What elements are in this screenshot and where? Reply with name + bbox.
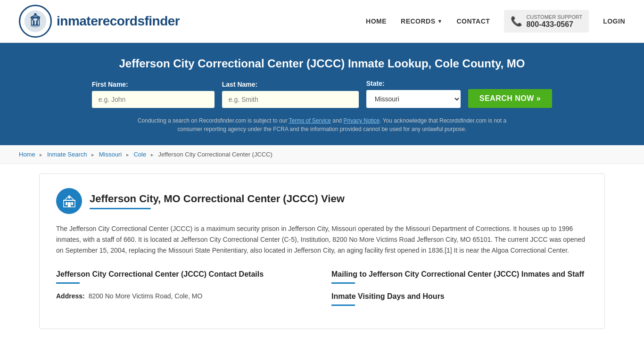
- first-name-input[interactable]: [92, 91, 215, 108]
- nav-login[interactable]: LOGIN: [603, 17, 625, 25]
- nav-records-group: RECORDS ▼: [401, 17, 442, 25]
- last-name-input[interactable]: [222, 91, 359, 108]
- support-number: 800-433-0567: [526, 20, 582, 29]
- visiting-title: Inmate Visiting Days and Hours: [331, 292, 588, 301]
- breadcrumb-sep-4: ▸: [151, 152, 154, 157]
- logo-text: inmaterecordsfinder: [57, 14, 180, 29]
- state-group: State: Missouri: [366, 80, 461, 108]
- building-icon: [62, 194, 77, 209]
- facility-description: The Jefferson City Correctional Center (…: [56, 223, 588, 256]
- breadcrumb-home[interactable]: Home: [19, 151, 35, 158]
- title-underline: [90, 208, 151, 209]
- support-label: CUSTOMER SUPPORT: [526, 14, 582, 20]
- breadcrumb: Home ▸ Inmate Search ▸ Missouri ▸ Cole ▸…: [0, 145, 644, 164]
- last-name-group: Last Name:: [222, 81, 359, 108]
- contact-underline: [56, 282, 80, 284]
- support-info: CUSTOMER SUPPORT 800-433-0567: [526, 14, 582, 29]
- svg-rect-13: [63, 200, 75, 201]
- search-button[interactable]: SEARCH NOW »: [468, 89, 552, 108]
- nav-records[interactable]: RECORDS: [401, 17, 436, 25]
- facility-icon-circle: [56, 188, 82, 214]
- mailing-section-title: Mailing to Jefferson City Correctional C…: [331, 270, 588, 279]
- facility-header: Jefferson City, MO Correctional Center (…: [56, 188, 588, 214]
- svg-rect-10: [66, 202, 67, 205]
- main-content: Jefferson City, MO Correctional Center (…: [20, 173, 624, 329]
- terms-link[interactable]: Terms of Service: [289, 117, 331, 124]
- address-label: Address:: [56, 292, 85, 300]
- svg-rect-7: [37, 18, 39, 20]
- privacy-link[interactable]: Privacy Notice: [344, 117, 380, 124]
- svg-rect-14: [68, 197, 70, 198]
- logo-area: inmaterecordsfinder: [19, 5, 180, 38]
- content-card: Jefferson City, MO Correctional Center (…: [39, 173, 605, 329]
- chevron-down-icon: ▼: [438, 18, 443, 24]
- address-row: Address: 8200 No More Victims Road, Cole…: [56, 292, 313, 300]
- visiting-underline: [331, 304, 355, 306]
- first-name-group: First Name:: [92, 81, 215, 108]
- facility-title: Jefferson City, MO Correctional Center (…: [90, 193, 345, 205]
- site-header: inmaterecordsfinder HOME RECORDS ▼ CONTA…: [0, 0, 644, 43]
- nav-home[interactable]: HOME: [366, 17, 387, 25]
- breadcrumb-state[interactable]: Missouri: [99, 151, 122, 158]
- breadcrumb-county[interactable]: Cole: [133, 151, 146, 158]
- first-name-label: First Name:: [92, 81, 128, 88]
- breadcrumb-sep-1: ▸: [40, 152, 42, 157]
- headset-icon: 📞: [511, 16, 522, 27]
- svg-rect-11: [71, 202, 73, 205]
- breadcrumb-current: Jefferson City Correctional Center (JCCC…: [158, 151, 272, 158]
- last-name-label: Last Name:: [222, 81, 257, 88]
- breadcrumb-sep-2: ▸: [91, 152, 94, 157]
- logo-icon-circle: [19, 5, 52, 38]
- customer-support-box[interactable]: 📞 CUSTOMER SUPPORT 800-433-0567: [504, 10, 589, 33]
- state-select[interactable]: Missouri: [366, 90, 461, 108]
- state-label: State:: [366, 80, 385, 87]
- svg-rect-6: [32, 18, 33, 20]
- search-form: First Name: Last Name: State: Missouri S…: [19, 80, 625, 108]
- contact-section: Jefferson City Correctional Center (JCCC…: [56, 270, 313, 314]
- address-value: 8200 No More Victims Road, Cole, MO: [89, 292, 203, 300]
- breadcrumb-inmate-search[interactable]: Inmate Search: [47, 151, 87, 158]
- main-nav: HOME RECORDS ▼ CONTACT 📞 CUSTOMER SUPPOR…: [366, 10, 625, 33]
- contact-section-title: Jefferson City Correctional Center (JCCC…: [56, 270, 313, 279]
- mailing-underline: [331, 282, 355, 284]
- hero-section: Jefferson City Correctional Center (JCCC…: [0, 43, 644, 145]
- svg-point-8: [31, 25, 40, 28]
- hero-title: Jefferson City Correctional Center (JCCC…: [19, 57, 625, 70]
- two-col-section: Jefferson City Correctional Center (JCCC…: [56, 270, 588, 314]
- breadcrumb-sep-3: ▸: [126, 152, 129, 157]
- facility-title-area: Jefferson City, MO Correctional Center (…: [90, 193, 345, 209]
- mailing-section: Mailing to Jefferson City Correctional C…: [331, 270, 588, 314]
- hero-disclaimer: Conducting a search on Recordsfinder.com…: [133, 116, 511, 133]
- svg-rect-12: [68, 202, 71, 207]
- nav-contact[interactable]: CONTACT: [456, 17, 490, 25]
